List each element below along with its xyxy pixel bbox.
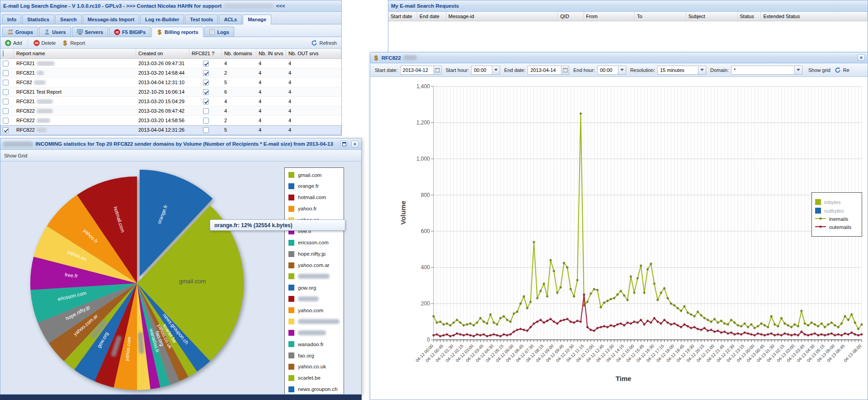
column-header[interactable]: From bbox=[584, 12, 635, 21]
end-hour-select[interactable]: 00:00 bbox=[597, 66, 626, 75]
legend-item[interactable]: wanadoo.fr bbox=[288, 341, 340, 347]
legend-item[interactable]: yahoo.com.ar bbox=[288, 262, 340, 268]
row-checkbox[interactable] bbox=[3, 108, 9, 114]
column-header[interactable]: Extended Status bbox=[761, 12, 868, 21]
legend-item[interactable]: ericsson.com bbox=[288, 240, 340, 246]
legend-item[interactable]: gmail.com bbox=[288, 172, 340, 178]
table-row[interactable]: RFC821 Test Report2012-10-29 16:06:14644 bbox=[0, 87, 341, 97]
chevron-down-icon[interactable] bbox=[698, 66, 706, 74]
column-header[interactable]: Report name bbox=[14, 49, 136, 58]
subtab-groups[interactable]: Groups bbox=[2, 27, 38, 37]
legend-item[interactable]: hotmail.com bbox=[288, 195, 340, 200]
rfc821-checkbox[interactable] bbox=[203, 118, 209, 124]
rfc821-checkbox[interactable] bbox=[203, 89, 209, 95]
column-header[interactable]: To bbox=[635, 12, 686, 21]
row-checkbox[interactable] bbox=[3, 99, 9, 105]
close-button[interactable]: × bbox=[858, 54, 865, 61]
row-checkbox[interactable] bbox=[3, 89, 9, 95]
rfc821-checkbox[interactable] bbox=[203, 80, 209, 86]
resolution-select[interactable]: 15 minutes bbox=[657, 66, 706, 75]
redacted-title-prefix bbox=[3, 142, 33, 147]
legend-item[interactable]: scarlet.be bbox=[288, 375, 340, 381]
subtab-f5-bigips[interactable]: f5F5 BIGIPs bbox=[109, 27, 151, 37]
close-button[interactable]: × bbox=[351, 141, 359, 148]
legend-item[interactable]: news.groupon.ch bbox=[288, 386, 340, 392]
tab-message-ids-import[interactable]: Message-ids Import bbox=[83, 14, 139, 24]
add-button[interactable]: Add bbox=[3, 39, 24, 47]
tab-statistics[interactable]: Statistics bbox=[22, 14, 54, 24]
rfc821-checkbox[interactable] bbox=[203, 70, 209, 76]
legend-item[interactable]: yahoo.co.uk bbox=[288, 364, 340, 370]
row-checkbox[interactable] bbox=[3, 70, 9, 76]
end-date-field[interactable]: 2013-04-14 bbox=[528, 66, 569, 75]
refresh-button-label[interactable]: Re bbox=[843, 67, 849, 73]
refresh-button[interactable]: Refresh bbox=[309, 39, 339, 47]
column-header[interactable]: Message-id bbox=[446, 12, 558, 21]
table-row[interactable]: RFC8212013-03-20 15:04:29444 bbox=[0, 97, 341, 106]
column-header[interactable]: Nb. domains bbox=[222, 49, 256, 58]
delete-button[interactable]: Delete bbox=[31, 39, 58, 47]
subtab-logs[interactable]: Logs bbox=[204, 27, 234, 37]
legend-item[interactable] bbox=[288, 330, 340, 336]
column-header[interactable]: Subject bbox=[686, 12, 738, 21]
tab-acls[interactable]: ACLs bbox=[219, 14, 242, 24]
domain-select[interactable]: * bbox=[731, 66, 802, 75]
table-row[interactable]: RFC8212013-03-26 09:47:31444 bbox=[0, 59, 341, 68]
row-checkbox[interactable] bbox=[3, 127, 9, 133]
legend-item[interactable]: hope.nifty.jp bbox=[288, 251, 340, 257]
tab-manage[interactable]: Manage bbox=[243, 14, 271, 24]
chevron-down-icon[interactable] bbox=[794, 66, 802, 74]
legend-item[interactable] bbox=[288, 273, 340, 279]
row-checkbox[interactable] bbox=[3, 80, 9, 86]
legend-item[interactable]: fao.org bbox=[288, 352, 340, 358]
legend-item[interactable]: gow.org bbox=[288, 285, 340, 290]
legend-item-outemails[interactable]: outemails bbox=[815, 224, 859, 230]
subtab-servers[interactable]: Servers bbox=[72, 27, 108, 37]
table-row[interactable]: RFC822013-04-04 12:31:10544 bbox=[0, 78, 341, 87]
legend-item[interactable]: yahoo.com bbox=[288, 307, 340, 313]
column-header[interactable]: Nb. IN srvs bbox=[256, 49, 286, 58]
column-header[interactable]: Created on bbox=[136, 49, 189, 58]
subtab-billing-reports[interactable]: $Billing reports bbox=[151, 27, 203, 37]
rfc821-checkbox[interactable] bbox=[203, 127, 209, 133]
start-hour-select[interactable]: 00:00 bbox=[471, 66, 500, 75]
legend-item-inbytes[interactable]: inbytes bbox=[815, 199, 859, 205]
tab-log-re-builder[interactable]: Log re-Builder bbox=[140, 14, 184, 24]
tab-search[interactable]: Search bbox=[55, 14, 82, 24]
chevron-down-icon[interactable] bbox=[618, 66, 626, 74]
row-checkbox[interactable] bbox=[3, 61, 9, 67]
chevron-down-icon[interactable] bbox=[492, 66, 500, 74]
rfc821-checkbox[interactable] bbox=[203, 99, 209, 105]
legend-item[interactable]: orange.fr bbox=[288, 183, 340, 189]
calendar-icon[interactable] bbox=[561, 66, 569, 74]
show-grid-button[interactable]: Show grid bbox=[808, 67, 830, 73]
select-all-checkbox[interactable] bbox=[3, 50, 4, 57]
tab-info[interactable]: Info bbox=[2, 14, 21, 24]
column-header[interactable]: RFC821 ? bbox=[189, 49, 222, 58]
table-row[interactable]: RFC8212013-03-20 14:58:44244 bbox=[0, 68, 341, 78]
maximize-button[interactable] bbox=[340, 141, 348, 148]
subtab-users[interactable]: Users bbox=[39, 27, 71, 37]
refresh-icon[interactable] bbox=[835, 67, 841, 73]
column-header[interactable]: QID bbox=[558, 12, 584, 21]
column-header[interactable]: Status bbox=[738, 12, 761, 21]
tab-test-tools[interactable]: Test tools bbox=[185, 14, 218, 24]
legend-item-outbytes[interactable]: outbytes bbox=[815, 208, 859, 214]
rfc821-checkbox[interactable] bbox=[203, 61, 209, 67]
column-header[interactable]: Start date bbox=[388, 12, 417, 21]
legend-item-inemails[interactable]: inemails bbox=[815, 216, 859, 222]
table-row[interactable]: RFC8222013-03-26 09:47:42444 bbox=[0, 106, 341, 116]
show-grid-button[interactable]: Show Grid bbox=[4, 153, 27, 158]
row-checkbox[interactable] bbox=[3, 118, 9, 124]
legend-item[interactable]: yahoo.fr bbox=[288, 206, 340, 212]
report-button[interactable]: $ Report bbox=[60, 39, 87, 47]
column-header[interactable]: Nb. OUT srvs bbox=[286, 49, 341, 58]
table-row[interactable]: RFC8222013-03-20 14:58:56244 bbox=[0, 116, 341, 125]
calendar-icon[interactable] bbox=[434, 66, 441, 74]
rfc821-checkbox[interactable] bbox=[203, 108, 209, 114]
start-date-field[interactable]: 2013-04-12 bbox=[400, 66, 442, 75]
legend-item[interactable] bbox=[288, 296, 340, 302]
legend-item[interactable] bbox=[288, 319, 340, 324]
table-row[interactable]: RFC8222013-04-04 12:31:26544 bbox=[0, 125, 341, 135]
column-header[interactable]: End date bbox=[417, 12, 446, 21]
